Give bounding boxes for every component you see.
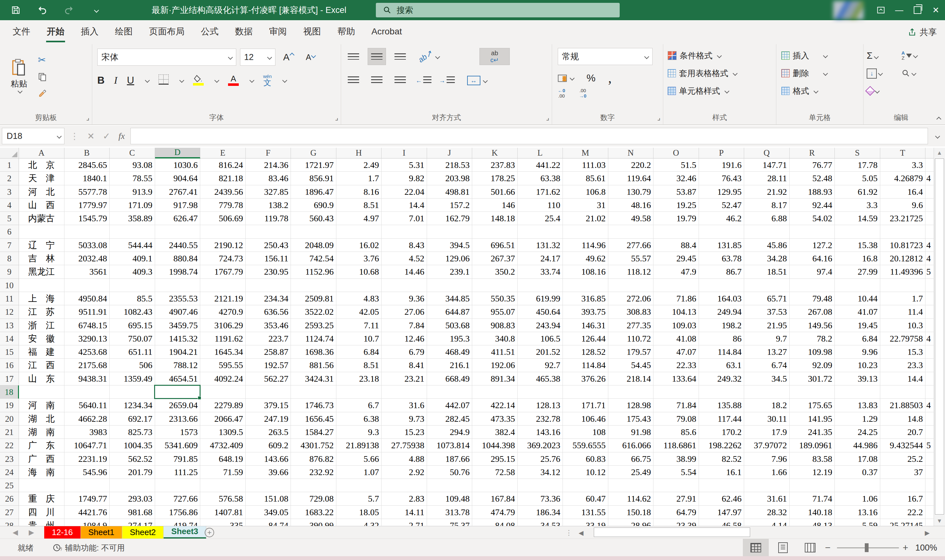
cell-M1[interactable]: 111.03 [563,158,608,172]
cell-I13[interactable]: 7.84 [382,319,427,332]
cell-G5[interactable]: 560.43 [291,212,336,225]
cell-A17[interactable]: 山 东 [19,372,65,385]
cell-S20[interactable]: 1.29 [835,412,880,426]
cell-S4[interactable]: 3.3 [835,198,880,212]
cell-O17[interactable]: 133.64 [654,372,699,385]
cell-C24[interactable]: 201.79 [109,466,155,479]
cell-U17-clipped[interactable] [925,372,934,385]
cell-I23[interactable]: 4.88 [382,452,427,466]
ribbon-tab-0[interactable]: 文件 [8,20,35,44]
cell-R16[interactable]: 92.09 [789,358,835,372]
cell-D5[interactable]: 626.47 [155,212,200,225]
cell-Q23[interactable]: 7.96 [744,452,789,466]
cell-E25[interactable] [200,479,246,492]
cell-T8[interactable]: 20.12812 [880,252,926,265]
cell-J20[interactable]: 282.45 [427,412,473,426]
cell-A27[interactable]: 四 川 [19,506,65,519]
cell-B22[interactable]: 10647.71 [65,439,110,452]
cell-H10[interactable] [336,279,382,292]
cell-E18[interactable] [200,385,246,399]
cell-D14[interactable]: 1415.32 [155,332,200,345]
cell-K23[interactable]: 295.15 [472,452,518,466]
cell-C26[interactable]: 293.03 [109,492,155,505]
zoom-in-button[interactable]: + [903,539,908,557]
normal-view-button[interactable] [743,539,769,557]
column-header-S[interactable]: S [835,148,880,158]
cell-F23[interactable]: 143.66 [246,452,291,466]
top-align-button[interactable] [344,48,362,65]
ribbon-tab-2[interactable]: 插入 [76,20,103,44]
cell-K26[interactable]: 167.84 [472,492,518,505]
page-layout-view-button[interactable] [770,539,796,557]
cell-A12[interactable]: 江 苏 [19,305,65,318]
cell-P11[interactable]: 164.03 [699,292,745,305]
cell-F21[interactable]: 263.5 [246,426,291,439]
cell-P1[interactable]: 191.6 [699,158,745,172]
cell-R14[interactable]: 78.2 [789,332,835,345]
enter-formula-button[interactable]: ✓ [103,131,110,142]
cell-B7[interactable]: 5033.08 [65,238,110,252]
cell-R23[interactable]: 83.58 [789,452,835,466]
cell-A2[interactable]: 天 津 [19,172,65,185]
cell-C4[interactable]: 171.09 [109,198,155,212]
cell-O12[interactable]: 104.13 [654,305,699,318]
fill-color-button[interactable] [193,75,204,86]
middle-align-button[interactable] [368,48,386,65]
row-header-28[interactable]: 28 [0,519,19,526]
font-dialog-launcher[interactable]: ⌟ [335,114,338,122]
cell-J3[interactable]: 498.81 [427,185,473,198]
cell-J18[interactable] [427,385,473,399]
cell-C12[interactable]: 1082.43 [109,305,155,318]
cell-K12[interactable]: 955.07 [472,305,518,318]
increase-font-button[interactable]: A [279,49,298,66]
cell-R21[interactable]: 241.35 [789,426,835,439]
cell-K20[interactable]: 473.35 [472,412,518,426]
ribbon-display-options-button[interactable] [872,0,890,20]
cell-F3[interactable]: 327.85 [246,185,291,198]
column-header-I[interactable]: I [382,148,427,158]
cell-H20[interactable]: 6.38 [336,412,382,426]
increase-indent-button[interactable]: → [438,72,456,89]
cell-P8[interactable]: 63.78 [699,252,745,265]
cell-I19[interactable]: 31.6 [382,399,427,412]
cell-C20[interactable]: 692.17 [109,412,155,426]
cell-M20[interactable]: 106.46 [563,412,608,426]
row-header-5[interactable]: 5 [0,212,19,225]
cell-K13[interactable]: 908.83 [472,319,518,332]
cell-F27[interactable]: 349.05 [246,506,291,519]
cell-I1[interactable]: 5.31 [382,158,427,172]
cell-Q14[interactable]: 9.7 [744,332,789,345]
font-size-select[interactable]: 12 [240,49,275,66]
cell-Q24[interactable]: 1.66 [744,466,789,479]
cell-I5[interactable]: 7.01 [382,212,427,225]
cell-S19[interactable]: 13.83 [835,399,880,412]
row-header-26[interactable]: 26 [0,492,19,505]
cell-C7[interactable]: 544.44 [109,238,155,252]
cell-P18[interactable] [699,385,745,399]
comma-style-button[interactable]: , [608,70,612,86]
cell-A6[interactable] [19,225,65,238]
cell-H7[interactable]: 16.02 [336,238,382,252]
cell-C2[interactable]: 78.55 [109,172,155,185]
cell-D22[interactable]: 5341.609 [155,439,200,452]
cell-K1[interactable]: 237.83 [472,158,518,172]
cell-K16[interactable]: 192.06 [472,358,518,372]
cell-E27[interactable]: 1407.81 [200,506,246,519]
cell-C21[interactable]: 825.73 [109,426,155,439]
zoom-out-button[interactable]: − [825,539,831,557]
delete-cells-button[interactable]: 删除 [782,65,858,82]
cell-J15[interactable]: 468.49 [427,345,473,358]
column-header-B[interactable]: B [65,148,110,158]
cell-N24[interactable]: 25.49 [608,466,654,479]
row-header-23[interactable]: 23 [0,452,19,466]
cell-F19[interactable]: 379.15 [246,399,291,412]
underline-button[interactable]: U [127,74,134,86]
cell-C28[interactable]: 274.17 [109,519,155,526]
cell-Q21[interactable]: 17.9 [744,426,789,439]
cell-E24[interactable]: 71.59 [200,466,246,479]
cell-K24[interactable]: 72.58 [472,466,518,479]
cell-H17[interactable]: 23.18 [336,372,382,385]
cell-T1[interactable]: 3.3 [880,158,926,172]
cell-I21[interactable]: 15.23 [382,426,427,439]
autosum-button[interactable]: Σ [867,50,902,61]
